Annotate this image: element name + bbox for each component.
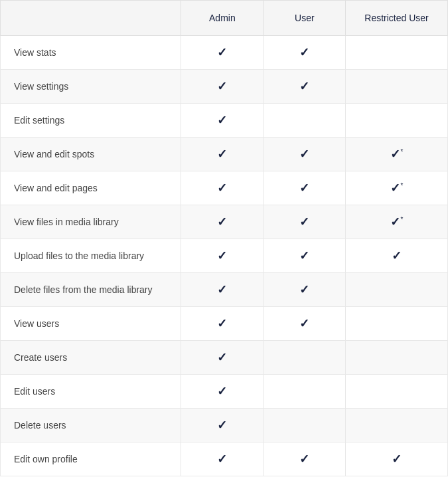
cell-admin: ✓ bbox=[181, 104, 263, 138]
cell-restricted bbox=[346, 307, 448, 341]
cell-user bbox=[263, 341, 346, 375]
cell-admin: ✓ bbox=[181, 307, 263, 341]
cell-feature: View and edit spots bbox=[1, 138, 181, 171]
star-superscript: * bbox=[401, 148, 404, 155]
check-icon: ✓ bbox=[217, 45, 227, 60]
table-header-row: Admin User Restricted User bbox=[1, 1, 448, 36]
check-star-icon: ✓* bbox=[390, 215, 404, 229]
cell-feature: View files in media library bbox=[1, 205, 181, 239]
cell-user bbox=[263, 104, 346, 138]
check-icon: ✓ bbox=[299, 248, 309, 263]
table-row: View settings✓✓ bbox=[1, 70, 448, 104]
check-icon: ✓ bbox=[299, 79, 309, 94]
table-row: View and edit pages✓✓✓* bbox=[1, 171, 448, 205]
cell-restricted: ✓* bbox=[346, 138, 448, 171]
cell-restricted bbox=[346, 409, 448, 442]
table-row: Edit own profile✓✓✓ bbox=[1, 442, 448, 476]
column-header-user: User bbox=[263, 1, 346, 36]
cell-feature: View and edit pages bbox=[1, 171, 181, 205]
cell-user: ✓ bbox=[263, 307, 346, 341]
cell-restricted bbox=[346, 341, 448, 375]
star-superscript: * bbox=[401, 216, 404, 223]
cell-admin: ✓ bbox=[181, 375, 263, 409]
cell-restricted bbox=[346, 273, 448, 307]
cell-restricted bbox=[346, 375, 448, 409]
table-row: View stats✓✓ bbox=[1, 36, 448, 70]
cell-user: ✓ bbox=[263, 138, 346, 171]
check-icon: ✓ bbox=[299, 181, 309, 195]
cell-admin: ✓ bbox=[181, 341, 263, 375]
table-row: Create users✓ bbox=[1, 341, 448, 375]
cell-admin: ✓ bbox=[181, 273, 263, 307]
column-header-feature bbox=[1, 1, 181, 36]
table-row: Delete users✓ bbox=[1, 409, 448, 442]
cell-user: ✓ bbox=[263, 70, 346, 104]
check-icon: ✓ bbox=[217, 181, 227, 195]
table-row: Upload files to the media library✓✓✓ bbox=[1, 239, 448, 273]
cell-feature: View settings bbox=[1, 70, 181, 104]
cell-user bbox=[263, 409, 346, 442]
table-row: View and edit spots✓✓✓* bbox=[1, 138, 448, 171]
star-superscript: * bbox=[401, 182, 404, 189]
cell-admin: ✓ bbox=[181, 239, 263, 273]
cell-admin: ✓ bbox=[181, 36, 263, 70]
cell-admin: ✓ bbox=[181, 442, 263, 476]
cell-admin: ✓ bbox=[181, 205, 263, 239]
check-icon: ✓ bbox=[217, 113, 227, 128]
table-row: View files in media library✓✓✓* bbox=[1, 205, 448, 239]
column-header-restricted: Restricted User bbox=[346, 1, 448, 36]
check-icon: ✓ bbox=[217, 282, 227, 297]
cell-feature: Edit users bbox=[1, 375, 181, 409]
check-icon: ✓ bbox=[299, 282, 309, 297]
cell-admin: ✓ bbox=[181, 138, 263, 171]
check-icon: ✓ bbox=[217, 248, 227, 263]
check-icon: ✓ bbox=[390, 215, 400, 229]
cell-restricted bbox=[346, 104, 448, 138]
cell-feature: Edit own profile bbox=[1, 442, 181, 476]
permissions-table: Admin User Restricted User View stats✓✓V… bbox=[0, 0, 448, 476]
check-icon: ✓ bbox=[392, 248, 402, 263]
check-icon: ✓ bbox=[299, 452, 309, 466]
table-row: View users✓✓ bbox=[1, 307, 448, 341]
check-icon: ✓ bbox=[299, 147, 309, 161]
check-icon: ✓ bbox=[217, 79, 227, 94]
check-star-icon: ✓* bbox=[390, 181, 404, 195]
cell-restricted: ✓* bbox=[346, 205, 448, 239]
table-row: Edit settings✓ bbox=[1, 104, 448, 138]
cell-feature: Delete users bbox=[1, 409, 181, 442]
check-icon: ✓ bbox=[217, 215, 227, 229]
check-icon: ✓ bbox=[217, 418, 227, 433]
cell-restricted bbox=[346, 70, 448, 104]
cell-feature: Create users bbox=[1, 341, 181, 375]
cell-restricted bbox=[346, 36, 448, 70]
check-icon: ✓ bbox=[217, 384, 227, 399]
check-icon: ✓ bbox=[390, 147, 400, 161]
cell-feature: Delete files from the media library bbox=[1, 273, 181, 307]
cell-feature: Edit settings bbox=[1, 104, 181, 138]
column-header-admin: Admin bbox=[181, 1, 263, 36]
table-row: Delete files from the media library✓✓ bbox=[1, 273, 448, 307]
cell-admin: ✓ bbox=[181, 409, 263, 442]
cell-restricted: ✓ bbox=[346, 442, 448, 476]
check-icon: ✓ bbox=[299, 215, 309, 229]
cell-user: ✓ bbox=[263, 239, 346, 273]
table-row: Edit users✓ bbox=[1, 375, 448, 409]
cell-user bbox=[263, 375, 346, 409]
check-icon: ✓ bbox=[217, 147, 227, 161]
cell-restricted: ✓ bbox=[346, 239, 448, 273]
cell-user: ✓ bbox=[263, 442, 346, 476]
cell-feature: View users bbox=[1, 307, 181, 341]
check-icon: ✓ bbox=[390, 181, 400, 195]
cell-user: ✓ bbox=[263, 205, 346, 239]
cell-admin: ✓ bbox=[181, 70, 263, 104]
permissions-table-container: Admin User Restricted User View stats✓✓V… bbox=[0, 0, 448, 476]
check-icon: ✓ bbox=[299, 45, 309, 60]
cell-user: ✓ bbox=[263, 273, 346, 307]
cell-feature: View stats bbox=[1, 36, 181, 70]
check-icon: ✓ bbox=[217, 316, 227, 331]
check-icon: ✓ bbox=[392, 452, 402, 466]
cell-admin: ✓ bbox=[181, 171, 263, 205]
check-icon: ✓ bbox=[217, 350, 227, 365]
cell-user: ✓ bbox=[263, 36, 346, 70]
cell-feature: Upload files to the media library bbox=[1, 239, 181, 273]
